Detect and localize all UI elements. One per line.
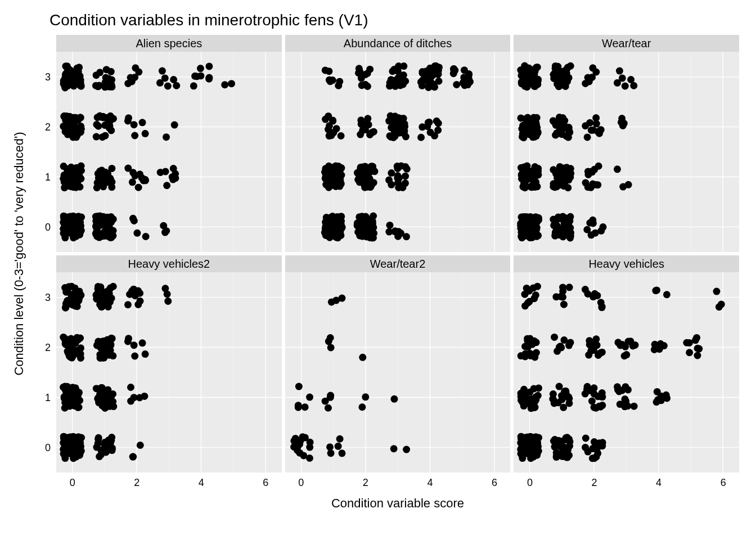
svg-point-683 bbox=[364, 165, 371, 173]
facet-1: Abundance of ditches bbox=[285, 35, 511, 252]
svg-point-315 bbox=[64, 125, 71, 133]
svg-point-210 bbox=[60, 163, 68, 170]
svg-point-2030 bbox=[651, 346, 658, 353]
svg-point-1558 bbox=[77, 350, 84, 358]
svg-point-1131 bbox=[593, 181, 600, 188]
svg-point-1271 bbox=[524, 70, 531, 78]
svg-point-1666 bbox=[92, 291, 100, 299]
svg-point-1950 bbox=[599, 402, 606, 409]
svg-point-1725 bbox=[390, 395, 398, 403]
svg-point-1485 bbox=[66, 402, 74, 410]
facet-2: Wear/tear bbox=[514, 35, 739, 252]
svg-point-714 bbox=[329, 118, 336, 125]
svg-point-1628 bbox=[65, 283, 73, 290]
svg-point-2056 bbox=[560, 287, 567, 295]
x-axis-ticks-c1: 0246 bbox=[56, 476, 282, 493]
svg-point-1484 bbox=[75, 389, 82, 397]
svg-point-1297 bbox=[565, 74, 572, 82]
svg-point-242 bbox=[108, 165, 115, 172]
svg-point-1833 bbox=[529, 444, 537, 451]
svg-point-1118 bbox=[556, 181, 564, 188]
svg-point-153 bbox=[130, 217, 138, 224]
svg-point-2000 bbox=[551, 334, 558, 341]
svg-point-147 bbox=[104, 214, 111, 221]
svg-point-687 bbox=[402, 173, 409, 180]
svg-point-766 bbox=[385, 118, 393, 125]
svg-point-328 bbox=[98, 133, 106, 141]
svg-point-1433 bbox=[95, 434, 102, 442]
svg-point-1601 bbox=[124, 338, 132, 345]
svg-point-847 bbox=[418, 70, 426, 77]
svg-point-639 bbox=[330, 181, 337, 188]
svg-point-1594 bbox=[107, 347, 114, 354]
svg-point-774 bbox=[418, 123, 426, 130]
svg-point-1706 bbox=[290, 443, 298, 451]
svg-point-425 bbox=[173, 82, 180, 89]
svg-point-783 bbox=[326, 78, 334, 85]
svg-point-99 bbox=[73, 215, 80, 222]
svg-point-1415 bbox=[72, 444, 79, 451]
svg-point-1673 bbox=[136, 290, 143, 297]
svg-point-332 bbox=[106, 124, 113, 132]
svg-point-1218 bbox=[584, 133, 591, 141]
svg-point-796 bbox=[363, 70, 371, 77]
y-axis-label: Condition level (0-3='good' to 'very red… bbox=[6, 35, 33, 472]
svg-point-148 bbox=[93, 226, 101, 233]
svg-point-1520 bbox=[101, 389, 109, 396]
svg-point-345 bbox=[171, 122, 178, 129]
svg-point-1964 bbox=[614, 383, 621, 390]
svg-point-433 bbox=[205, 62, 213, 70]
svg-point-1598 bbox=[142, 350, 149, 358]
svg-point-584 bbox=[395, 228, 402, 235]
svg-point-699 bbox=[394, 172, 401, 179]
svg-point-1872 bbox=[566, 435, 573, 443]
svg-point-1955 bbox=[592, 404, 600, 412]
svg-point-2012 bbox=[591, 341, 598, 348]
svg-point-2009 bbox=[588, 347, 595, 354]
x-axis-ticks-c3: 0246 bbox=[514, 476, 739, 493]
svg-point-1887 bbox=[594, 444, 601, 452]
svg-point-1414 bbox=[73, 435, 80, 443]
svg-point-1525 bbox=[141, 393, 148, 400]
svg-point-1310 bbox=[616, 68, 623, 75]
svg-point-1681 bbox=[161, 285, 169, 292]
svg-point-196 bbox=[68, 164, 75, 171]
svg-point-413 bbox=[101, 83, 109, 91]
svg-point-1868 bbox=[556, 440, 564, 448]
svg-point-434 bbox=[228, 80, 235, 87]
svg-point-1678 bbox=[128, 290, 135, 298]
svg-point-1595 bbox=[99, 354, 106, 362]
x-axis-ticks-c2: 0246 bbox=[285, 476, 511, 493]
svg-point-1209 bbox=[565, 134, 572, 141]
svg-point-1010 bbox=[567, 232, 574, 240]
svg-point-394 bbox=[64, 82, 71, 89]
svg-point-1565 bbox=[65, 349, 72, 357]
facet-panel bbox=[285, 272, 511, 472]
svg-point-1434 bbox=[109, 444, 116, 452]
svg-point-1394 bbox=[60, 433, 68, 440]
svg-point-1665 bbox=[100, 302, 107, 309]
svg-point-1886 bbox=[582, 444, 589, 451]
svg-point-1117 bbox=[567, 173, 574, 181]
svg-point-1989 bbox=[533, 339, 540, 346]
svg-point-1708 bbox=[336, 435, 343, 443]
svg-point-340 bbox=[142, 130, 149, 137]
svg-point-851 bbox=[431, 83, 438, 91]
svg-point-1014 bbox=[553, 217, 560, 224]
svg-point-430 bbox=[191, 73, 199, 80]
svg-point-1023 bbox=[584, 226, 591, 233]
svg-point-1223 bbox=[593, 120, 600, 128]
svg-point-154 bbox=[142, 233, 150, 240]
svg-point-1705 bbox=[306, 454, 313, 462]
svg-point-2031 bbox=[660, 342, 668, 349]
svg-point-1710 bbox=[334, 443, 341, 450]
svg-point-1482 bbox=[62, 386, 69, 394]
svg-point-298 bbox=[77, 114, 84, 122]
svg-point-815 bbox=[392, 83, 399, 90]
svg-point-1711 bbox=[338, 449, 345, 457]
facet-0: Alien species bbox=[56, 35, 282, 252]
svg-point-248 bbox=[129, 178, 136, 186]
svg-point-1724 bbox=[362, 393, 369, 400]
svg-point-1999 bbox=[554, 348, 561, 355]
svg-point-768 bbox=[395, 123, 403, 130]
